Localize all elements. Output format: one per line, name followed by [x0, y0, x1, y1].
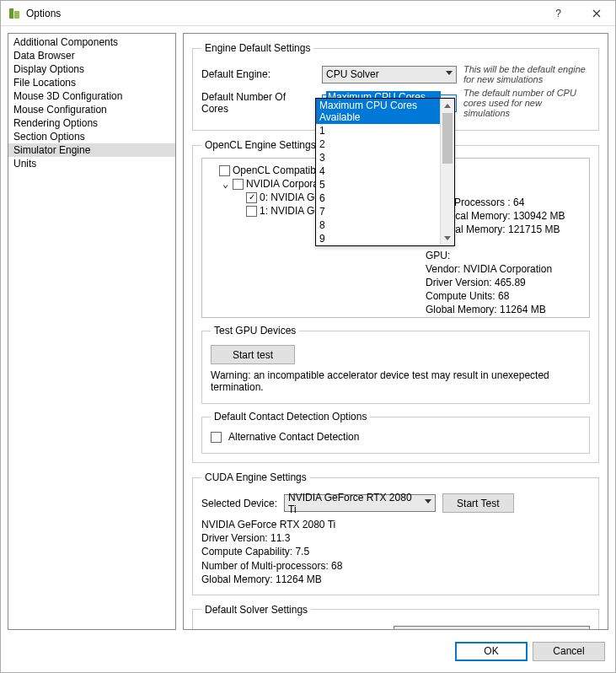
contact-legend: Default Contact Detection Options — [211, 411, 370, 423]
cores-option[interactable]: 5 — [316, 178, 440, 191]
cores-option[interactable]: 8 — [316, 218, 440, 232]
cores-help: The default number of CPU cores used for… — [463, 88, 590, 118]
tree-device-1-label: 1: NVIDIA Ge — [260, 205, 320, 217]
contact-detect-group: Default Contact Detection Options Altern… — [201, 411, 590, 454]
cores-label: Default Number Of Cores — [201, 91, 315, 115]
close-icon — [592, 9, 601, 18]
dialog-body: Additional Components Data Browser Displ… — [1, 26, 615, 637]
solver-legend: Default Solver Settings — [201, 604, 311, 616]
cores-option[interactable]: 3 — [316, 151, 440, 164]
cuda-selected-label: Selected Device: — [201, 498, 277, 509]
settings-panel: Engine Default Settings Default Engine: … — [183, 33, 608, 630]
tree-collapse-icon[interactable]: ⌄ — [221, 178, 230, 190]
sidebar-item-section[interactable]: Section Options — [8, 130, 175, 143]
cuda-info-name: NVIDIA GeForce RTX 2080 Ti — [201, 518, 590, 531]
default-engine-label: Default Engine: — [201, 68, 315, 80]
solver-precision-select[interactable]: double — [394, 626, 590, 630]
solver-precision-label: Default Solver Precision — [201, 628, 387, 630]
cuda-start-test-button[interactable]: Start Test — [442, 493, 513, 513]
options-window: Options ? Additional Components Data Bro… — [0, 0, 616, 673]
sidebar-item-data-browser[interactable]: Data Browser — [8, 49, 175, 62]
titlebar: Options ? — [1, 1, 615, 26]
opencl-legend: OpenCL Engine Settings — [201, 139, 319, 151]
dialog-footer: OK Cancel — [1, 637, 615, 672]
checkbox[interactable] — [246, 192, 257, 203]
cores-option[interactable]: 7 — [316, 205, 440, 218]
engine-default-legend: Engine Default Settings — [201, 42, 313, 54]
svg-rect-1 — [14, 11, 19, 19]
test-gpu-group: Test GPU Devices Start test Warning: an … — [201, 325, 590, 404]
cuda-info: NVIDIA GeForce RTX 2080 Ti Driver Versio… — [201, 518, 590, 586]
sidebar-item-file-locations[interactable]: File Locations — [8, 76, 175, 89]
help-button[interactable]: ? — [539, 1, 577, 25]
cuda-group: CUDA Engine Settings Selected Device: NV… — [192, 471, 599, 595]
info-gpu-header: GPU: — [426, 249, 586, 262]
tree-root-label: OpenCL Compatible — [233, 164, 324, 176]
chevron-down-icon — [446, 71, 453, 75]
scroll-up-icon[interactable] — [441, 99, 454, 113]
default-engine-help: This will be the default engine for new … — [463, 64, 590, 84]
checkbox[interactable] — [233, 179, 244, 190]
cores-option[interactable]: 9 — [316, 232, 440, 245]
checkbox[interactable] — [246, 206, 257, 217]
start-test-button[interactable]: Start test — [211, 345, 295, 364]
cuda-info-mp: Number of Multi-processors: 68 — [201, 559, 590, 573]
scroll-thumb[interactable] — [442, 113, 453, 164]
sidebar-item-mouse-config[interactable]: Mouse Configuration — [8, 103, 175, 116]
solver-precision-value: double — [398, 628, 428, 630]
chevron-down-icon — [425, 499, 431, 503]
cuda-device-value: NVIDIA GeForce RTX 2080 Ti — [288, 492, 420, 515]
sidebar-item-additional-components[interactable]: Additional Components — [8, 35, 175, 49]
cores-option[interactable]: 4 — [316, 164, 440, 178]
sidebar-item-simulator-engine[interactable]: Simulator Engine — [8, 143, 175, 157]
cuda-info-cc: Compute Capability: 7.5 — [201, 545, 590, 558]
scroll-down-icon[interactable] — [441, 231, 454, 245]
cuda-device-select[interactable]: NVIDIA GeForce RTX 2080 Ti — [284, 494, 436, 512]
test-warning: Warning: an incompatible accelerator dev… — [211, 369, 581, 393]
checkbox[interactable] — [219, 165, 230, 176]
cores-option[interactable]: 1 — [316, 124, 440, 137]
cores-option[interactable]: 6 — [316, 191, 440, 205]
info-gpu-vendor: Vendor: NVIDIA Corporation — [426, 262, 586, 276]
default-engine-select[interactable]: CPU Solver — [322, 66, 457, 83]
cores-option[interactable]: 2 — [316, 137, 440, 151]
sidebar-item-display-options[interactable]: Display Options — [8, 62, 175, 76]
info-gpu-units: Compute Units: 68 — [426, 289, 586, 303]
info-gpu-mem: Global Memory: 11264 MB — [426, 303, 586, 316]
dropdown-scrollbar[interactable] — [440, 99, 454, 245]
ok-button[interactable]: OK — [455, 642, 528, 661]
window-title: Options — [26, 8, 539, 19]
cores-dropdown-list[interactable]: Maximum CPU Cores Available 1 2 3 4 5 6 … — [316, 99, 440, 245]
alt-contact-checkbox[interactable] — [211, 432, 222, 443]
tree-device-0-label: 0: NVIDIA Ge — [260, 191, 320, 203]
sidebar-item-units[interactable]: Units — [8, 157, 175, 170]
cores-option[interactable]: Maximum CPU Cores Available — [316, 99, 440, 124]
category-list[interactable]: Additional Components Data Browser Displ… — [8, 33, 176, 630]
sidebar-item-rendering[interactable]: Rendering Options — [8, 116, 175, 130]
cuda-legend: CUDA Engine Settings — [201, 471, 310, 483]
svg-rect-0 — [9, 8, 13, 19]
alt-contact-label: Alternative Contact Detection — [228, 431, 359, 443]
cancel-button[interactable]: Cancel — [533, 642, 605, 661]
tree-vendor-label: NVIDIA Corpora — [246, 178, 319, 190]
app-icon — [8, 7, 21, 20]
solver-group: Default Solver Settings Default Solver P… — [192, 604, 599, 630]
close-button[interactable] — [577, 1, 615, 25]
test-gpu-legend: Test GPU Devices — [211, 325, 299, 336]
sidebar-item-mouse-3d[interactable]: Mouse 3D Configuration — [8, 89, 175, 103]
cores-dropdown[interactable]: Maximum CPU Cores Available 1 2 3 4 5 6 … — [315, 98, 455, 246]
cuda-info-driver: Driver Version: 11.3 — [201, 531, 590, 545]
engine-default-group: Engine Default Settings Default Engine: … — [192, 42, 599, 131]
info-gpu-driver: Driver Version: 465.89 — [426, 276, 586, 289]
cuda-info-mem: Global Memory: 11264 MB — [201, 573, 590, 586]
default-engine-value: CPU Solver — [326, 68, 379, 80]
